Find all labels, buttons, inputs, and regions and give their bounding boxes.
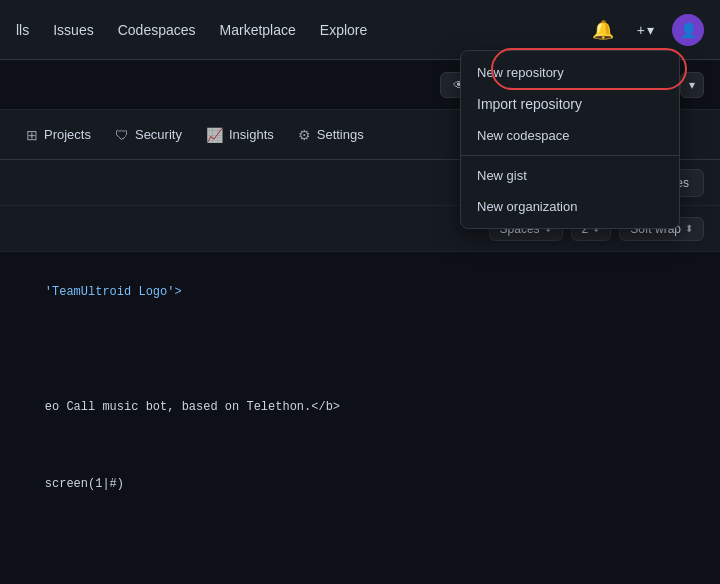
insights-label: Insights — [229, 127, 274, 142]
wrap-arrow: ⬍ — [685, 223, 693, 234]
code-line-1: 'TeamUltroid Logo'> — [0, 264, 720, 322]
security-label: Security — [135, 127, 182, 142]
repo-nav-item-security[interactable]: 🛡 Security — [105, 121, 192, 149]
code-line-5: eo Call music bot, based on Telethon.</b… — [0, 379, 720, 437]
create-menu-button[interactable]: + ▾ — [629, 18, 662, 42]
code-line-4 — [0, 360, 720, 379]
nav-item-codespaces[interactable]: Codespaces — [118, 22, 196, 38]
code-text-2: screen(1|#) — [45, 477, 124, 491]
notifications-button[interactable]: 🔔 — [587, 14, 619, 46]
dropdown-item-import-repo[interactable]: Import repository — [461, 88, 679, 120]
settings-label: Settings — [317, 127, 364, 142]
code-line-3 — [0, 341, 720, 360]
code-string-1: 'TeamUltroid Logo'> — [45, 285, 182, 299]
code-line-6 — [0, 437, 720, 456]
repo-nav-item-insights[interactable]: 📈 Insights — [196, 121, 284, 149]
create-dropdown: New repository Import repository New cod… — [460, 50, 680, 229]
nav-item-explore[interactable]: Explore — [320, 22, 367, 38]
nav-item-lls[interactable]: lls — [16, 22, 29, 38]
code-editor[interactable]: 'TeamUltroid Logo'> eo Call music bot, b… — [0, 252, 720, 584]
repo-nav-item-settings[interactable]: ⚙ Settings — [288, 121, 374, 149]
gear-icon: ⚙ — [298, 127, 311, 143]
dropdown-item-new-repo[interactable]: New repository — [461, 57, 679, 88]
avatar-icon: 👤 — [680, 22, 697, 38]
code-line-7: screen(1|#) — [0, 456, 720, 514]
nav-item-marketplace[interactable]: Marketplace — [220, 22, 296, 38]
fork-dropdown-arrow[interactable]: ▾ — [680, 72, 704, 98]
code-text-1: eo Call music bot, based on Telethon.</b… — [45, 400, 340, 414]
dropdown-divider — [461, 155, 679, 156]
avatar[interactable]: 👤 — [672, 14, 704, 46]
plus-icon: + — [637, 22, 645, 38]
dropdown-item-new-codespace[interactable]: New codespace — [461, 120, 679, 151]
bell-icon: 🔔 — [592, 19, 614, 41]
shield-icon: 🛡 — [115, 127, 129, 143]
chevron-down-icon: ▾ — [647, 22, 654, 38]
dropdown-item-new-org[interactable]: New organization — [461, 191, 679, 222]
code-line-2 — [0, 322, 720, 341]
projects-label: Projects — [44, 127, 91, 142]
nav-item-issues[interactable]: Issues — [53, 22, 93, 38]
dropdown-item-new-gist[interactable]: New gist — [461, 160, 679, 191]
projects-icon: ⊞ — [26, 127, 38, 143]
nav-right: 🔔 + ▾ 👤 — [587, 14, 704, 46]
repo-nav-item-projects[interactable]: ⊞ Projects — [16, 121, 101, 149]
insights-icon: 📈 — [206, 127, 223, 143]
